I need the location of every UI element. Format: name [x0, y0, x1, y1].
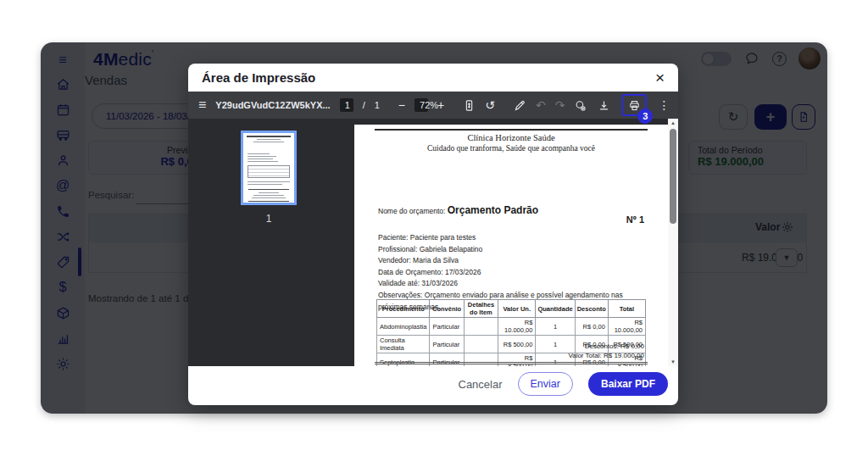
- thumbnail-page-number: 1: [266, 213, 272, 225]
- info-line: Validade até: 31/03/2026: [378, 278, 648, 290]
- clinic-tagline: Cuidado que tranforma, Saúde que acompan…: [354, 144, 668, 153]
- descontos: Descontos: R$ 0,00: [568, 342, 644, 351]
- info-line: Paciente: Paciente para testes: [378, 232, 648, 244]
- download-icon[interactable]: [598, 99, 610, 112]
- send-button[interactable]: Enviar: [518, 372, 573, 396]
- print-modal: Área de Impressão × ≡ Y29udGVudC12ZW5kYX…: [188, 64, 678, 405]
- zoom-out-icon[interactable]: −: [398, 98, 405, 112]
- pdf-page: Clínica Horizonte Saúde Cuidado que tran…: [354, 125, 668, 366]
- more-options-icon[interactable]: ⋮: [658, 98, 670, 112]
- modal-header: Área de Impressão ×: [188, 64, 678, 92]
- cancel-button[interactable]: Cancelar: [459, 378, 503, 391]
- scrollbar-thumb[interactable]: [670, 129, 676, 224]
- modal-title: Área de Impressão: [202, 70, 655, 85]
- info-line: Vendedor: Maria da Silva: [378, 255, 648, 267]
- page-number-box[interactable]: 1: [340, 98, 353, 112]
- budget-number: Nº 1: [626, 214, 644, 225]
- pdf-toolbar: ≡ Y29udGVudC12ZW5kYX... 1 / 1 − 72% + ↺ …: [188, 92, 678, 119]
- scroll-down-icon[interactable]: ▼: [668, 359, 678, 364]
- budget-totals: Descontos: R$ 0,00 Valor Total: R$ 19.00…: [568, 342, 644, 360]
- redo-icon[interactable]: ↷: [555, 98, 565, 112]
- page-thumbnail[interactable]: [241, 131, 297, 205]
- item-row: AbdominoplastiaParticular R$ 10.000,00 1…: [377, 318, 646, 336]
- document-top-rule: [375, 129, 648, 131]
- rotate-icon[interactable]: ↺: [485, 98, 495, 112]
- clinic-name: Clínica Horizonte Saúde: [354, 133, 668, 142]
- undo-icon[interactable]: ↶: [536, 98, 546, 112]
- budget-name: Nome do orçamento: Orçamento Padrão: [378, 204, 548, 216]
- annotate-pen-icon[interactable]: [514, 99, 526, 112]
- pdf-menu-icon[interactable]: ≡: [198, 97, 206, 113]
- document-bottom-rule: [375, 362, 648, 364]
- download-pdf-button[interactable]: Baixar PDF: [588, 372, 668, 396]
- pdf-filename: Y29udGVudC12ZW5kYX...: [215, 100, 330, 110]
- stamp-icon[interactable]: [574, 99, 587, 112]
- modal-footer: Cancelar Enviar Baixar PDF: [459, 372, 669, 396]
- thumbnail-panel: 1: [188, 119, 349, 366]
- printer-icon: [628, 99, 641, 112]
- page-total: 1: [375, 100, 380, 110]
- page-separator: /: [363, 100, 365, 110]
- info-line: Data de Orçamento: 17/03/2026: [378, 267, 648, 279]
- fit-to-page-icon[interactable]: [463, 99, 476, 112]
- pdf-viewer: 1 Clínica Horizonte Saúde Cuidado que tr…: [188, 119, 678, 366]
- close-icon[interactable]: ×: [655, 70, 665, 86]
- scroll-up-icon[interactable]: ▲: [668, 120, 678, 125]
- scrollbar[interactable]: ▲ ▼: [668, 119, 678, 366]
- document-area: Clínica Horizonte Saúde Cuidado que tran…: [349, 119, 678, 366]
- valor-total: Valor Total: R$ 19.000,00: [568, 351, 644, 360]
- zoom-level: 72%: [415, 98, 428, 112]
- zoom-in-icon[interactable]: +: [437, 98, 444, 112]
- info-line: Profissional: Gabriela Belapatino: [378, 244, 648, 256]
- print-button[interactable]: 3: [621, 94, 647, 116]
